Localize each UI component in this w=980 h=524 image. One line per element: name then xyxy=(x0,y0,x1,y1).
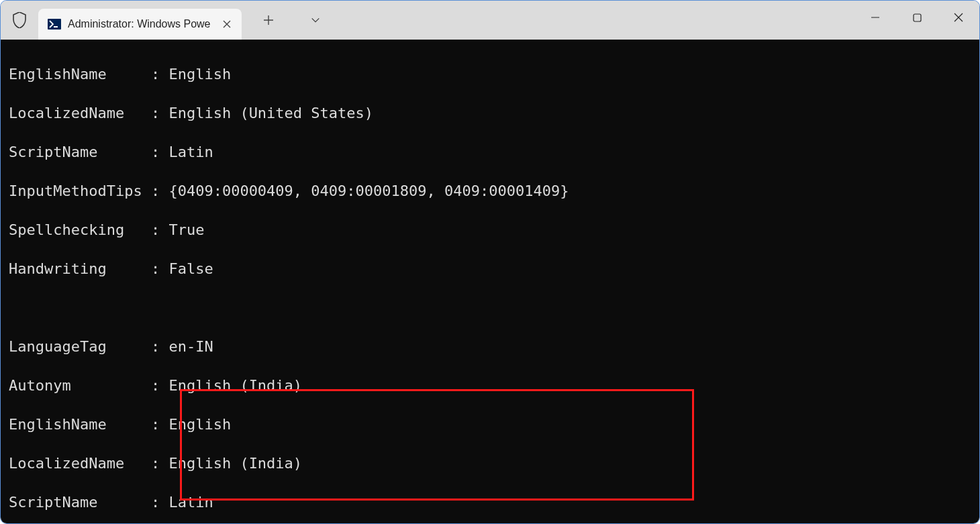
tab-dropdown-button[interactable] xyxy=(302,7,329,34)
output-line: LocalizedName : English (India) xyxy=(9,454,971,473)
powershell-icon xyxy=(48,17,61,31)
output-line: Handwriting : False xyxy=(9,259,971,278)
output-line: Autonym : English (India) xyxy=(9,376,971,395)
svg-rect-1 xyxy=(914,14,921,21)
terminal-output[interactable]: EnglishName : English LocalizedName : En… xyxy=(1,40,979,523)
output-line: EnglishName : English xyxy=(9,415,971,434)
app-window: Administrator: Windows Powe EnglishName … xyxy=(0,0,980,524)
output-line: ScriptName : Latin xyxy=(9,492,971,512)
titlebar: Administrator: Windows Powe xyxy=(1,1,979,40)
close-tab-button[interactable] xyxy=(222,19,232,30)
close-window-button[interactable] xyxy=(938,1,979,34)
minimize-button[interactable] xyxy=(854,1,896,34)
output-line: Spellchecking : True xyxy=(9,220,971,240)
tab-title: Administrator: Windows Powe xyxy=(68,18,211,30)
svg-rect-0 xyxy=(48,19,61,30)
output-line: ScriptName : Latin xyxy=(9,142,971,162)
window-controls xyxy=(854,1,979,34)
output-line: LocalizedName : English (United States) xyxy=(9,103,971,123)
output-line xyxy=(9,298,971,317)
shield-icon xyxy=(13,12,26,28)
annotation-highlight xyxy=(180,389,694,501)
output-line: LanguageTag : en-IN xyxy=(9,337,971,356)
output-line: EnglishName : English xyxy=(9,64,971,84)
maximize-button[interactable] xyxy=(896,1,938,34)
tab-powershell[interactable]: Administrator: Windows Powe xyxy=(38,9,242,40)
output-line: InputMethodTips : {0409:00000409, 0409:0… xyxy=(9,181,971,201)
new-tab-button[interactable] xyxy=(255,7,282,34)
